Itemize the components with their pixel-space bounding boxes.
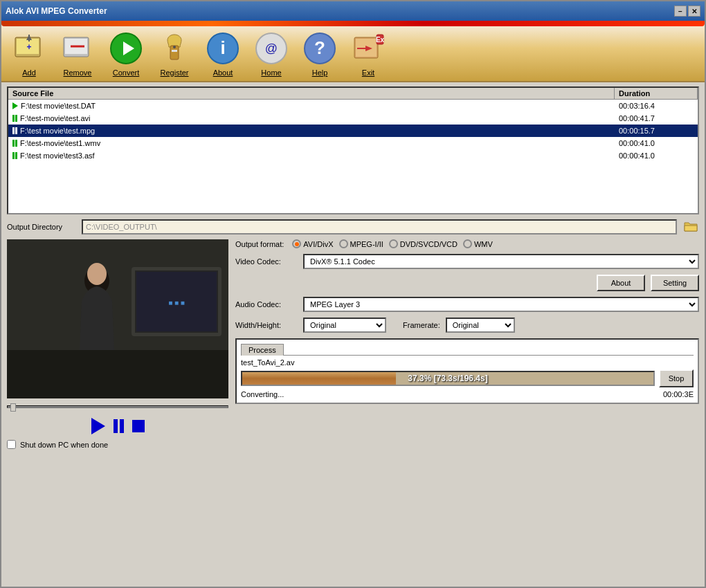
format-label: Output format: [235, 240, 284, 248]
file-list: Source File Duration F:\test movie\test.… [7, 86, 699, 214]
title-bar: Alok AVI MPEG Converter − ✕ [1, 1, 705, 21]
shutdown-label: Shut down PC when done [20, 441, 108, 449]
process-section: Process test_ToAvi_2.av 37.3% [73.3s/196… [235, 338, 699, 404]
process-content: test_ToAvi_2.av 37.3% [73.3s/196.4s] Sto… [241, 355, 694, 398]
about-icon: i [205, 30, 241, 66]
exit-label: Exit [362, 68, 374, 77]
main-window: Alok AVI MPEG Converter − ✕ + Add [0, 0, 706, 588]
wave-decoration [1, 21, 705, 26]
file-path-cell: F:\test-movie\test1.wmv [8, 138, 615, 148]
output-directory-row: Output Directory [7, 219, 699, 235]
exit-button[interactable]: Ex Exit [347, 30, 389, 77]
seek-bar[interactable] [7, 401, 228, 412]
play-button[interactable] [91, 418, 105, 434]
convert-button[interactable]: Convert [105, 30, 147, 77]
help-icon: ? [302, 30, 338, 66]
status-row: Converting... 00:00:3E [241, 390, 694, 398]
format-mpeg-radio[interactable] [339, 239, 348, 248]
status-text: Converting... [241, 390, 284, 398]
dimension-select[interactable]: Original [303, 318, 386, 333]
format-dvd-radio[interactable] [389, 239, 398, 248]
output-dir-input[interactable] [82, 219, 677, 235]
help-button[interactable]: ? Help [299, 30, 341, 77]
settings-panel: Output format: AVI/DivX MPEG-I/II DVD/SV… [235, 239, 699, 582]
format-wmv-radio[interactable] [463, 239, 472, 248]
add-button[interactable]: + Add [8, 30, 50, 77]
register-icon [156, 30, 192, 66]
framerate-label: Framerate: [403, 321, 440, 329]
file-row[interactable]: F:\test movie\test.DAT 00:03:16.4 [8, 100, 698, 112]
home-button[interactable]: @ Home [251, 30, 292, 77]
svg-rect-33 [7, 350, 228, 398]
dimension-label: Width/Height: [235, 321, 298, 329]
dimension-row: Width/Height: Original Framerate: Origin… [235, 318, 699, 333]
play-indicator [12, 102, 18, 109]
svg-text:?: ? [314, 37, 325, 58]
file-duration-cell: 00:00:41.7 [615, 113, 698, 123]
file-row[interactable]: F:\test movie\test.mpg 00:00:15.7 [8, 125, 698, 137]
play-icon [91, 418, 105, 434]
video-codec-select[interactable]: DivX® 5.1.1 Codec [303, 254, 699, 269]
file-duration-cell: 00:00:41.0 [615, 151, 698, 160]
duration-header: Duration [615, 88, 698, 99]
file-path-cell: F:\test movie\test.mpg [8, 126, 615, 136]
stop-button[interactable]: Stop [659, 369, 694, 387]
format-row: Output format: AVI/DivX MPEG-I/II DVD/SV… [235, 239, 699, 248]
main-content: Source File Duration F:\test movie\test.… [1, 82, 705, 587]
format-dvd-option[interactable]: DVD/SVCD/VCD [389, 239, 458, 248]
home-icon: @ [253, 30, 289, 66]
help-label: Help [312, 68, 328, 77]
file-duration-cell: 00:03:16.4 [615, 101, 698, 111]
elapsed-time: 00:00:3E [663, 390, 694, 398]
close-button[interactable]: ✕ [688, 6, 700, 17]
convert-label: Convert [113, 68, 140, 77]
window-title: Alok AVI MPEG Converter [6, 6, 107, 16]
title-bar-buttons: − ✕ [674, 6, 700, 17]
format-wmv-label: WMV [474, 240, 493, 248]
pause-indicator [12, 152, 17, 159]
audio-codec-row: Audio Codec: MPEG Layer 3 [235, 297, 699, 312]
home-label: Home [261, 68, 281, 77]
about-button[interactable]: i About [202, 30, 244, 77]
toolbar: + Add Remove Co [1, 26, 705, 82]
svg-rect-11 [172, 50, 177, 52]
audio-codec-select[interactable]: MPEG Layer 3 [303, 297, 699, 312]
file-row[interactable]: F:\test movie\test3.asf 00:00:41.0 [8, 149, 698, 162]
pause-indicator [12, 140, 17, 147]
file-list-body: F:\test movie\test.DAT 00:03:16.4 F:\tes… [8, 100, 698, 210]
format-wmv-option[interactable]: WMV [463, 239, 493, 248]
framerate-select[interactable]: Original [446, 318, 515, 333]
file-row[interactable]: F:\test-movie\test1.wmv 00:00:41.0 [8, 137, 698, 149]
minimize-button[interactable]: − [674, 6, 687, 17]
file-row[interactable]: F:\test-movie\test.avi 00:00:41.7 [8, 112, 698, 125]
convert-icon [108, 30, 144, 66]
process-tab[interactable]: Process [241, 344, 284, 356]
remove-button[interactable]: Remove [57, 30, 98, 77]
file-path-cell: F:\test movie\test.DAT [8, 101, 615, 111]
format-avi-option[interactable]: AVI/DivX [292, 239, 333, 248]
video-codec-row: Video Codec: DivX® 5.1.1 Codec [235, 254, 699, 269]
output-dir-label: Output Directory [7, 223, 76, 231]
about-codec-button[interactable]: About [597, 275, 645, 291]
pause-button[interactable] [114, 419, 124, 433]
pause-indicator [12, 127, 17, 134]
format-dvd-label: DVD/SVCD/VCD [400, 240, 458, 248]
exit-icon: Ex [350, 30, 386, 66]
seek-thumb[interactable] [10, 403, 16, 412]
format-mpeg-option[interactable]: MPEG-I/II [339, 239, 383, 248]
setting-codec-button[interactable]: Setting [651, 275, 699, 291]
audio-codec-label: Audio Codec: [235, 300, 298, 309]
svg-text:@: @ [265, 42, 278, 55]
stop-playback-button[interactable] [132, 420, 145, 432]
shutdown-checkbox[interactable] [7, 440, 16, 449]
add-icon: + [11, 30, 47, 66]
svg-point-32 [87, 263, 107, 285]
format-avi-radio[interactable] [292, 239, 301, 248]
browse-folder-button[interactable] [682, 219, 699, 235]
playback-controls [7, 415, 228, 437]
source-file-header: Source File [8, 88, 615, 99]
svg-text:■ ■ ■: ■ ■ ■ [168, 299, 185, 306]
register-label: Register [161, 68, 189, 77]
register-button[interactable]: Register [154, 30, 195, 77]
svg-point-12 [173, 46, 176, 48]
